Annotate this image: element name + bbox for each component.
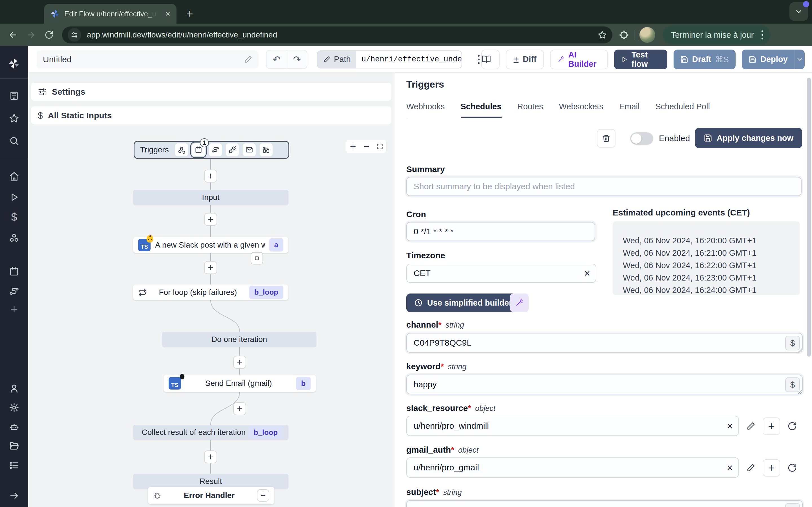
diff-button[interactable]: ± Diff — [506, 50, 544, 69]
ai-cron-wand-button[interactable] — [510, 293, 529, 312]
resources-cubes-icon[interactable] — [9, 233, 19, 243]
do-one-iteration-node[interactable]: Do one iteration — [162, 332, 316, 347]
schedule-trigger-icon[interactable]: 1 — [192, 144, 205, 156]
url-bar[interactable]: app.windmill.dev/flows/edit/u/henri/effe… — [62, 26, 612, 43]
enabled-toggle[interactable] — [630, 132, 653, 145]
input-node[interactable]: Input — [133, 190, 289, 205]
draft-button[interactable]: Draft ⌘S — [673, 50, 735, 69]
expand-sidebar-arrow-icon[interactable] — [9, 491, 19, 501]
add-step-button[interactable] — [204, 450, 217, 463]
forloop-node[interactable]: For loop (skip failures) b_loop — [133, 284, 289, 300]
delete-schedule-button[interactable] — [597, 129, 615, 148]
reload-icon[interactable] — [40, 26, 58, 44]
new-tab-button[interactable]: + — [183, 7, 197, 21]
edit-resource-pencil-icon[interactable] — [746, 463, 755, 472]
workspace-icon[interactable] — [9, 91, 19, 101]
insert-variable-button[interactable]: $ — [785, 378, 800, 392]
settings-bar[interactable]: Settings — [31, 83, 391, 101]
edit-resource-pencil-icon[interactable] — [746, 421, 755, 431]
add-plus-icon[interactable] — [9, 304, 19, 314]
add-step-button[interactable] — [204, 170, 217, 182]
panel-scrollbar[interactable] — [807, 78, 811, 356]
undo-button[interactable]: ↶ — [266, 50, 287, 68]
windmill-logo-icon[interactable] — [8, 57, 20, 70]
folders-icon[interactable] — [9, 441, 19, 451]
clear-resource-icon[interactable]: × — [727, 462, 733, 474]
flow-name-field[interactable]: Untitled — [37, 50, 259, 68]
browser-menu-icon[interactable] — [760, 29, 765, 41]
route-trigger-icon[interactable] — [209, 144, 222, 156]
triggers-node[interactable]: Triggers 1 — [134, 141, 289, 159]
deploy-button[interactable]: Deploy — [742, 50, 795, 69]
channel-input[interactable] — [406, 333, 803, 353]
site-info-icon[interactable] — [68, 28, 81, 42]
user-icon[interactable] — [9, 383, 19, 393]
add-step-button[interactable] — [204, 213, 217, 226]
zoom-out-button[interactable] — [363, 143, 370, 151]
browser-tab[interactable]: Edit Flow u/henri/effective_un × — [44, 4, 176, 24]
email-trigger-icon[interactable] — [243, 144, 256, 156]
timezone-input[interactable] — [406, 264, 596, 283]
tab-schedules[interactable]: Schedules — [461, 102, 502, 118]
deploy-dropdown-button[interactable] — [795, 50, 805, 69]
static-inputs-bar[interactable]: $ All Static Inputs — [31, 107, 391, 124]
insert-variable-button[interactable]: $ — [785, 503, 800, 507]
refresh-resource-icon[interactable] — [788, 463, 797, 473]
search-icon[interactable] — [9, 136, 19, 146]
path-value[interactable]: u/henri/effective_undef — [356, 51, 462, 68]
cron-input[interactable] — [406, 222, 595, 241]
extensions-icon[interactable] — [619, 30, 629, 40]
send-email-node[interactable]: TS Send Email (gmail) b — [163, 375, 316, 392]
websocket-trigger-icon[interactable] — [226, 144, 239, 156]
collect-result-node[interactable]: Collect result of each iteration b_loop — [133, 425, 289, 440]
webhook-trigger-icon[interactable] — [175, 144, 188, 156]
edit-pencil-icon[interactable] — [244, 55, 252, 64]
add-resource-button[interactable]: + — [763, 417, 780, 435]
favorites-star-icon[interactable] — [9, 113, 19, 123]
more-options-icon[interactable] — [476, 53, 481, 66]
clear-resource-icon[interactable]: × — [727, 420, 733, 432]
home-icon[interactable] — [9, 171, 19, 181]
back-icon[interactable] — [4, 26, 22, 44]
variables-dollar-icon[interactable]: $ — [11, 211, 17, 223]
add-step-button[interactable] — [233, 356, 246, 369]
summary-input[interactable] — [406, 177, 802, 196]
runs-play-icon[interactable] — [9, 192, 19, 202]
test-flow-button[interactable]: Test flow — [614, 50, 667, 69]
error-handler-node[interactable]: Error Handler — [148, 487, 274, 504]
docs-book-button[interactable] — [481, 50, 500, 69]
logs-list-icon[interactable] — [9, 460, 19, 470]
refresh-resource-icon[interactable] — [788, 421, 797, 431]
routes-icon[interactable] — [9, 286, 19, 296]
settings-gear-icon[interactable] — [9, 402, 19, 413]
add-step-button[interactable] — [233, 402, 246, 415]
browser-update-button[interactable]: Terminer la mise à jour — [663, 25, 770, 45]
fit-view-button[interactable] — [376, 143, 384, 150]
tab-scheduled-poll[interactable]: Scheduled Poll — [655, 102, 710, 118]
apply-changes-button[interactable]: Apply changes now — [695, 128, 802, 148]
insert-variable-button[interactable]: $ — [785, 336, 800, 350]
keyword-input[interactable] — [406, 375, 803, 394]
workers-robot-icon[interactable] — [9, 422, 19, 432]
subject-input[interactable] — [406, 500, 803, 507]
bookmark-star-icon[interactable] — [598, 31, 607, 40]
add-resource-button[interactable]: + — [763, 459, 780, 476]
profile-avatar[interactable] — [640, 27, 655, 43]
zoom-in-button[interactable] — [349, 143, 357, 151]
tab-webhooks[interactable]: Webhooks — [406, 102, 445, 118]
gmail-auth-input[interactable] — [406, 457, 739, 478]
tab-websockets[interactable]: Websockets — [559, 102, 603, 118]
clear-timezone-icon[interactable]: × — [584, 268, 590, 279]
forward-icon[interactable] — [22, 26, 40, 44]
tab-close-icon[interactable]: × — [165, 9, 170, 18]
scheduled-poll-trigger-icon[interactable] — [260, 144, 273, 156]
slack-resource-input[interactable] — [406, 416, 739, 436]
resize-handle[interactable] — [798, 390, 802, 394]
resize-handle[interactable] — [798, 348, 802, 352]
tab-search-chevron-button[interactable] — [790, 2, 808, 21]
tab-email[interactable]: Email — [619, 102, 640, 118]
tab-routes[interactable]: Routes — [517, 102, 543, 118]
ai-builder-button[interactable]: AI Builder — [550, 50, 608, 69]
simplified-builder-button[interactable]: Use simplified builder — [406, 293, 520, 312]
add-error-handler-button[interactable] — [257, 489, 269, 502]
